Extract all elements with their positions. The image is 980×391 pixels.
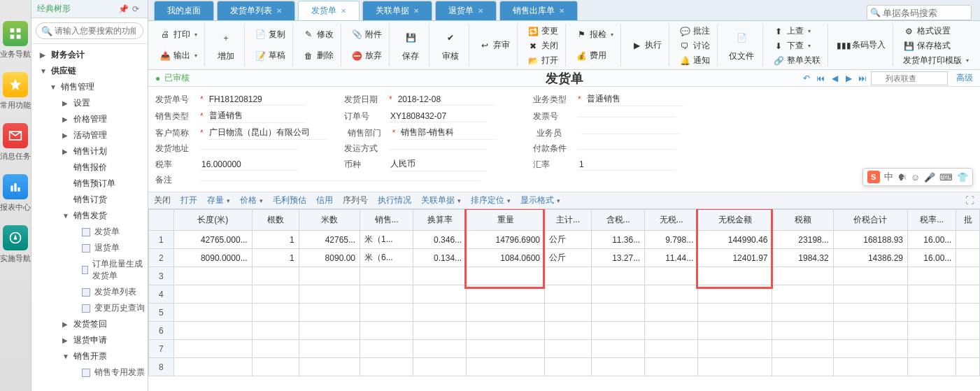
tree-node[interactable]: 销售报价 bbox=[31, 159, 148, 176]
col-header[interactable]: 销售... bbox=[360, 210, 413, 231]
audit-button[interactable]: ✔审核 bbox=[436, 25, 464, 65]
tree-node[interactable]: 销售订货 bbox=[31, 192, 148, 208]
cost-button[interactable]: 💰费用 bbox=[573, 48, 616, 63]
table-row[interactable]: 3 bbox=[149, 267, 980, 285]
change-button[interactable]: 🔁变更 bbox=[525, 24, 561, 38]
nav-prev-button[interactable]: ◀ bbox=[829, 73, 840, 84]
col-header[interactable] bbox=[149, 210, 174, 231]
tree-node[interactable]: 销售预订单 bbox=[31, 176, 148, 192]
sidebar-refresh-icon[interactable]: ⟳ bbox=[132, 4, 142, 14]
tree-node[interactable]: ▶财务会计 bbox=[31, 47, 148, 63]
advanced-link[interactable]: 高级 bbox=[956, 72, 973, 84]
tb-open[interactable]: 打开 bbox=[180, 194, 197, 206]
tb-sort[interactable]: 排序定位▾ bbox=[471, 194, 511, 206]
unaudit-button[interactable]: ↩弃审 bbox=[476, 38, 513, 52]
ime-mic-icon[interactable]: 🎤 bbox=[924, 172, 935, 183]
tab[interactable]: 退货单✕ bbox=[435, 1, 497, 20]
tb-expand-icon[interactable]: ⛶ bbox=[965, 195, 974, 206]
field-cur[interactable]: 人民币 bbox=[389, 157, 487, 171]
col-header[interactable]: 无税金额 bbox=[698, 210, 772, 231]
field-sales[interactable] bbox=[581, 132, 679, 134]
rail-reports[interactable]: 报表中心 bbox=[0, 174, 31, 213]
grid-table[interactable]: 长度(米)根数米数销售...换算率重量主计...含税...无税...无税金额税额… bbox=[148, 209, 980, 376]
table-row[interactable]: 8 bbox=[149, 358, 980, 376]
ime-bar[interactable]: S 中 🗣 ☺ 🎤 ⌨ 👕 bbox=[862, 168, 973, 186]
field-btype[interactable]: 普通销售 bbox=[585, 92, 683, 106]
tree-node[interactable]: ▶销售计划 bbox=[31, 143, 148, 159]
ime-face-icon[interactable]: ☺ bbox=[911, 172, 920, 183]
col-header[interactable]: 换算率 bbox=[413, 210, 467, 231]
comment-button[interactable]: 💬批注 bbox=[676, 24, 713, 38]
tb-gross[interactable]: 毛利预估 bbox=[273, 194, 306, 206]
close-icon[interactable]: ✕ bbox=[413, 7, 419, 15]
sidebar-pin-icon[interactable]: 📌 bbox=[118, 4, 128, 14]
tab[interactable]: 我的桌面 bbox=[154, 1, 214, 20]
field-stype[interactable]: 普通销售 bbox=[208, 109, 306, 123]
tab[interactable]: 发货单✕ bbox=[298, 1, 360, 20]
ime-lang[interactable]: 中 bbox=[884, 171, 893, 183]
execute-button[interactable]: ▶执行 bbox=[628, 38, 665, 52]
tree-node[interactable]: 变更历史查询 bbox=[31, 300, 148, 316]
barcode-import-button[interactable]: ▮▮▮条码导入 bbox=[835, 38, 888, 52]
edit-button[interactable]: ✎修改 bbox=[300, 27, 336, 42]
format-settings-button[interactable]: ⚙格式设置 bbox=[900, 24, 972, 38]
close-doc-button[interactable]: ✖关闭 bbox=[525, 38, 561, 53]
print-template-button[interactable]: 发货单打印模版▾ bbox=[900, 53, 972, 68]
export-button[interactable]: 📤输出▾ bbox=[157, 48, 200, 63]
discard-button[interactable]: ⛔放弃 bbox=[348, 48, 385, 63]
close-icon[interactable]: ✕ bbox=[276, 7, 282, 15]
col-header[interactable]: 主计... bbox=[544, 210, 591, 231]
tree-node[interactable]: 发货单列表 bbox=[31, 284, 148, 300]
tree-node[interactable]: ▶价格管理 bbox=[31, 111, 148, 127]
tb-close[interactable]: 关闭 bbox=[154, 194, 171, 206]
close-icon[interactable]: ✕ bbox=[559, 7, 564, 15]
copy-button[interactable]: 📄复制 bbox=[252, 27, 288, 42]
tb-display[interactable]: 显示格式▾ bbox=[520, 194, 560, 206]
table-row[interactable]: 7 bbox=[149, 340, 980, 358]
col-header[interactable]: 价税合计 bbox=[833, 210, 907, 231]
close-icon[interactable]: ✕ bbox=[478, 7, 483, 15]
field-rate[interactable]: 16.000000 bbox=[200, 159, 298, 171]
table-row[interactable]: 28090.0000...18090.00米（6...0.134...1084.… bbox=[149, 249, 980, 267]
field-note[interactable] bbox=[200, 179, 480, 181]
rail-messages[interactable]: 消息任务 bbox=[0, 123, 31, 162]
tree-node[interactable]: ▶设置 bbox=[31, 95, 148, 111]
field-cust[interactable]: 广日物流（昆山）有限公司 bbox=[208, 126, 327, 140]
col-header[interactable]: 含税... bbox=[592, 210, 645, 231]
field-inv[interactable] bbox=[578, 115, 676, 118]
field-date[interactable]: 2018-12-08 bbox=[397, 94, 495, 106]
field-dept[interactable]: 销售部-销售科 bbox=[399, 126, 497, 140]
tree-node[interactable]: 销售专用发票 bbox=[31, 364, 148, 381]
col-header[interactable]: 根数 bbox=[252, 210, 299, 231]
tree-node[interactable]: 发货单 bbox=[31, 224, 148, 240]
tab[interactable]: 发货单列表✕ bbox=[217, 1, 295, 20]
col-header[interactable]: 长度(米) bbox=[173, 210, 252, 231]
traceup-button[interactable]: ⬆上查▾ bbox=[770, 24, 823, 38]
rail-common-funcs[interactable]: 常用功能 bbox=[0, 72, 31, 111]
tree-node[interactable]: ▼供应链 bbox=[31, 63, 148, 79]
discuss-button[interactable]: 🗨讨论 bbox=[676, 38, 713, 53]
col-header[interactable]: 批 bbox=[956, 210, 980, 231]
table-row[interactable]: 142765.000...142765...米（1...0.346...1479… bbox=[149, 231, 980, 249]
close-icon[interactable]: ✕ bbox=[341, 7, 346, 15]
ime-keyboard-icon[interactable]: ⌨ bbox=[939, 172, 953, 183]
tree-node[interactable]: ▶活动管理 bbox=[31, 127, 148, 143]
barcode-search-input[interactable] bbox=[867, 5, 972, 20]
print-button[interactable]: 🖨打印▾ bbox=[157, 27, 200, 42]
field-order[interactable]: XY1808432-07 bbox=[389, 111, 487, 122]
tree-node[interactable]: 订单批量生成发货单 bbox=[31, 256, 148, 284]
tracedown-button[interactable]: ⬇下查▾ bbox=[770, 38, 823, 53]
nav-first-button[interactable]: ⏮ bbox=[815, 73, 826, 84]
tb-serial[interactable]: 序列号 bbox=[343, 194, 368, 206]
field-ship[interactable] bbox=[389, 148, 487, 150]
rail-impl-nav[interactable]: 实施导航 bbox=[0, 225, 31, 264]
col-header[interactable]: 无税... bbox=[645, 210, 698, 231]
ime-skin-icon[interactable]: 👕 bbox=[957, 172, 968, 183]
tb-price[interactable]: 价格▾ bbox=[240, 194, 263, 206]
notify-button[interactable]: 🔔通知 bbox=[676, 53, 713, 68]
fileonly-button[interactable]: 📄仅文件 bbox=[725, 25, 758, 65]
table-row[interactable]: 4 bbox=[149, 285, 980, 304]
col-header[interactable]: 重量 bbox=[467, 210, 545, 231]
save-format-button[interactable]: 💾保存格式 bbox=[900, 38, 972, 53]
nav-next-button[interactable]: ▶ bbox=[843, 73, 854, 84]
